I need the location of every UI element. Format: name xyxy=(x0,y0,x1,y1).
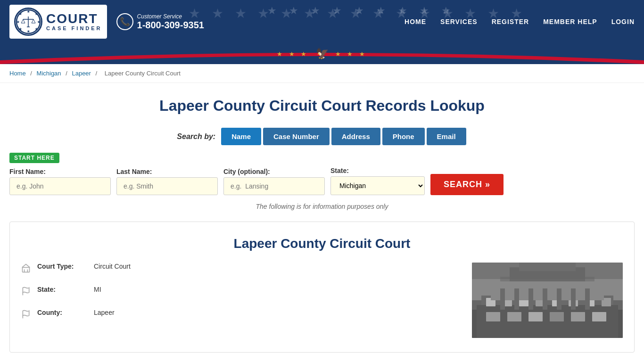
main-nav: HOME SERVICES REGISTER MEMBER HELP LOGIN xyxy=(405,18,635,25)
info-note: The following is for information purpose… xyxy=(9,203,635,210)
svg-rect-28 xyxy=(592,312,606,321)
court-details-row: Court Type: Circuit Court State: MI xyxy=(21,263,623,338)
tab-email[interactable]: Email xyxy=(427,128,466,145)
state-detail-label: State: xyxy=(37,286,89,293)
eagle-icon: 🦅 xyxy=(316,48,329,60)
breadcrumb-sep-3: / xyxy=(96,70,99,77)
nav-register[interactable]: REGISTER xyxy=(492,18,529,25)
first-name-input[interactable] xyxy=(9,177,111,195)
first-name-label: First Name: xyxy=(9,168,111,175)
state-detail-value: MI xyxy=(94,286,101,293)
svg-text:★: ★ xyxy=(19,12,22,16)
search-form: First Name: Last Name: City (optional): … xyxy=(9,167,635,195)
svg-rect-12 xyxy=(23,267,30,272)
breadcrumb-county[interactable]: Lapeer xyxy=(72,70,91,77)
court-details-table: Court Type: Circuit Court State: MI xyxy=(21,263,461,338)
county-item: County: Lapeer xyxy=(21,309,461,321)
logo-court-label: COURT xyxy=(46,12,102,25)
header-left: ★ ★ ★ ★ ★ ★ ★ ★ COURT CAS xyxy=(9,5,204,39)
first-name-group: First Name: xyxy=(9,168,111,195)
tab-case-number[interactable]: Case Number xyxy=(263,128,330,145)
breadcrumb-state[interactable]: Michigan xyxy=(37,70,61,77)
nav-services[interactable]: SERVICES xyxy=(440,18,478,25)
tab-name[interactable]: Name xyxy=(221,128,261,145)
county-value: Lapeer xyxy=(94,309,115,316)
city-group: City (optional): xyxy=(223,168,325,195)
city-input[interactable] xyxy=(223,177,325,195)
start-here-container: START HERE xyxy=(9,153,635,167)
court-image xyxy=(472,263,623,338)
state-select[interactable]: Michigan Alabama Alaska Arizona Californ… xyxy=(330,176,425,195)
start-here-badge: START HERE xyxy=(9,153,59,163)
background-stars: ★ ★ ★ ★ ★ ★ ★ ★ ★ xyxy=(267,5,455,17)
svg-rect-26 xyxy=(550,312,564,321)
svg-text:★: ★ xyxy=(27,30,30,33)
last-name-input[interactable] xyxy=(116,177,218,195)
breadcrumb-current: Lapeer County Circuit Court xyxy=(105,70,181,77)
stars-left: ★ ★ ★ xyxy=(277,50,309,58)
svg-rect-48 xyxy=(472,263,623,279)
logo-case-finder-label: CASE FINDER xyxy=(46,25,102,31)
svg-rect-45 xyxy=(585,288,590,310)
breadcrumb-sep-1: / xyxy=(30,70,33,77)
search-by-label: Search by: xyxy=(177,132,215,141)
svg-rect-41 xyxy=(528,288,533,310)
state-item: State: MI xyxy=(21,286,461,298)
nav-login[interactable]: LOGIN xyxy=(611,18,635,25)
last-name-label: Last Name: xyxy=(116,168,218,175)
phone-icon: 📞 xyxy=(116,13,133,30)
stars-right: ★ ★ ★ xyxy=(335,50,367,58)
eagle-banner-section: ★ ★ ★ 🦅 ★ ★ ★ xyxy=(0,43,644,64)
customer-service-phone[interactable]: 1-800-309-9351 xyxy=(137,20,204,31)
court-type-label: Court Type: xyxy=(37,263,89,270)
svg-text:★: ★ xyxy=(19,27,22,31)
nav-home[interactable]: HOME xyxy=(405,18,426,25)
svg-rect-40 xyxy=(514,288,519,310)
customer-service: 📞 Customer Service 1-800-309-9351 xyxy=(116,13,204,31)
svg-rect-24 xyxy=(507,312,521,321)
state-group: State: Michigan Alabama Alaska Arizona C… xyxy=(330,167,425,195)
state-label: State: xyxy=(330,167,425,174)
eagle-row: ★ ★ ★ 🦅 ★ ★ ★ xyxy=(0,43,644,64)
logo-text: COURT CASE FINDER xyxy=(46,12,102,31)
customer-service-label: Customer Service xyxy=(137,13,204,20)
court-type-value: Circuit Court xyxy=(94,263,131,270)
breadcrumb-home[interactable]: Home xyxy=(9,70,26,77)
court-info-section: Lapeer County Circuit Court Court Type: … xyxy=(9,222,635,353)
tab-phone[interactable]: Phone xyxy=(382,128,425,145)
site-header: ★ ★ ★ ★ ★ ★ ★ ★ COURT CAS xyxy=(0,0,644,43)
svg-text:★: ★ xyxy=(35,27,38,31)
svg-text:★: ★ xyxy=(17,20,20,24)
search-button-label: SEARCH » xyxy=(444,180,490,189)
svg-text:★: ★ xyxy=(37,20,41,24)
state-icon xyxy=(21,287,33,298)
svg-text:★: ★ xyxy=(35,12,38,16)
search-button[interactable]: SEARCH » xyxy=(430,174,504,195)
city-label: City (optional): xyxy=(223,168,325,175)
court-type-icon xyxy=(21,263,33,275)
tab-address[interactable]: Address xyxy=(331,128,380,145)
svg-rect-42 xyxy=(543,288,547,310)
customer-service-text: Customer Service 1-800-309-9351 xyxy=(137,13,204,31)
last-name-group: Last Name: xyxy=(116,168,218,195)
county-label: County: xyxy=(37,309,89,316)
search-by-row: Search by: Name Case Number Address Phon… xyxy=(9,128,635,145)
breadcrumb: Home / Michigan / Lapeer / Lapeer County… xyxy=(0,64,644,83)
logo-emblem: ★ ★ ★ ★ ★ ★ ★ ★ xyxy=(14,8,42,36)
county-icon xyxy=(21,310,33,321)
page-title: Lapeer County Circuit Court Records Look… xyxy=(9,97,635,115)
court-type-item: Court Type: Circuit Court xyxy=(21,263,461,275)
svg-rect-23 xyxy=(486,312,500,321)
main-content: Lapeer County Circuit Court Records Look… xyxy=(0,83,644,362)
svg-rect-39 xyxy=(500,288,505,310)
logo[interactable]: ★ ★ ★ ★ ★ ★ ★ ★ COURT CAS xyxy=(9,5,107,39)
breadcrumb-sep-2: / xyxy=(66,70,69,77)
svg-rect-43 xyxy=(557,288,561,310)
nav-member-help[interactable]: MEMBER HELP xyxy=(543,18,597,25)
svg-text:★: ★ xyxy=(27,10,30,13)
svg-rect-25 xyxy=(528,312,543,321)
svg-rect-27 xyxy=(571,312,585,321)
svg-rect-44 xyxy=(571,288,576,310)
court-info-title: Lapeer County Circuit Court xyxy=(21,236,623,251)
